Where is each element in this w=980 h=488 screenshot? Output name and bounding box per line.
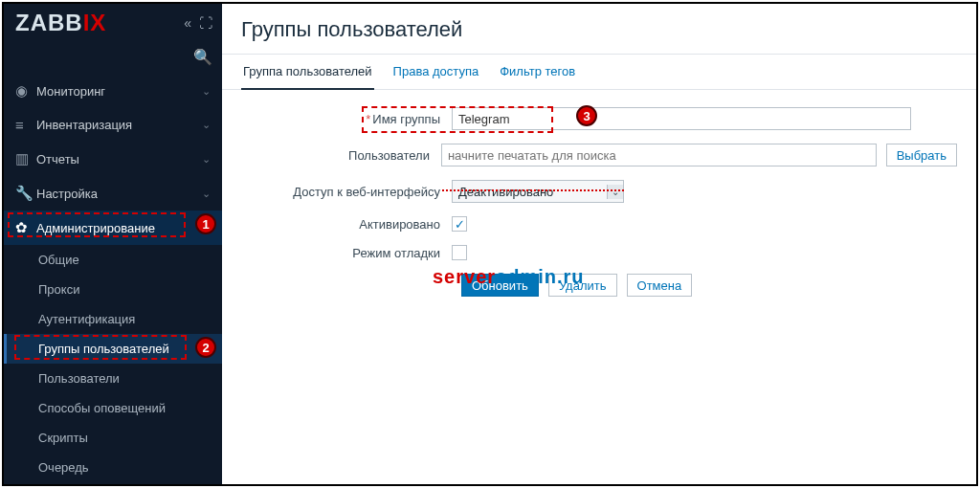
page-header: Группы пользователей bbox=[222, 4, 976, 54]
chevron-down-icon: ⌄ bbox=[202, 153, 211, 166]
tab-permissions[interactable]: Права доступа bbox=[391, 55, 481, 89]
cancel-button[interactable]: Отмена bbox=[627, 274, 693, 297]
input-users[interactable] bbox=[441, 144, 877, 166]
row-group-name: *Имя группы 3 bbox=[241, 107, 957, 130]
nav-label: Отчеты bbox=[36, 152, 79, 166]
row-users: Пользователи Выбрать bbox=[241, 144, 957, 166]
sub-auth[interactable]: Аутентификация bbox=[4, 304, 222, 334]
search-row[interactable]: 🔍 bbox=[4, 42, 222, 74]
wrench-icon: 🔧 bbox=[15, 185, 36, 202]
nav-label: Мониторинг bbox=[36, 84, 105, 99]
row-frontend-access: Доступ к веб-интерфейсу Деактивировано ⌄ bbox=[241, 180, 957, 203]
checkbox-enabled[interactable]: ✓ bbox=[452, 216, 467, 232]
nav-administration[interactable]: ✿ Администрирование ⌄ 1 bbox=[4, 211, 222, 245]
label-debug: Режим отладки bbox=[241, 246, 452, 260]
header-controls: « ⛶ bbox=[184, 15, 212, 31]
fullscreen-icon[interactable]: ⛶ bbox=[199, 15, 212, 31]
label-enabled: Активировано bbox=[241, 217, 452, 232]
chevron-down-icon: ⌄ bbox=[202, 85, 211, 98]
update-button[interactable]: Обновить bbox=[461, 274, 539, 297]
required-asterisk: * bbox=[366, 112, 370, 126]
sub-queue[interactable]: Очередь bbox=[4, 453, 222, 482]
sidebar: ZABBIX « ⛶ 🔍 ◉ Мониторинг ⌄ ≡ Инвентариз… bbox=[4, 4, 222, 484]
select-frontend-access[interactable]: Деактивировано ⌄ bbox=[452, 180, 624, 203]
sub-users[interactable]: Пользователи bbox=[4, 364, 222, 393]
delete-button[interactable]: Удалить bbox=[548, 274, 617, 297]
row-debug: Режим отладки bbox=[241, 245, 957, 260]
sub-scripts[interactable]: Скрипты bbox=[4, 423, 222, 453]
select-value: Деактивировано bbox=[458, 185, 553, 199]
nav-reports[interactable]: ▥ Отчеты ⌄ bbox=[4, 142, 222, 176]
nav-label: Инвентаризация bbox=[36, 118, 132, 132]
sub-general[interactable]: Общие bbox=[4, 245, 222, 275]
collapse-icon[interactable]: « bbox=[184, 15, 191, 31]
logo-part2: IX bbox=[83, 10, 107, 35]
tab-tag-filter[interactable]: Фильтр тегов bbox=[498, 55, 577, 89]
chart-icon: ▥ bbox=[15, 150, 36, 167]
chevron-down-icon: ⌄ bbox=[607, 185, 623, 199]
sub-proxies[interactable]: Прокси bbox=[4, 275, 222, 304]
chevron-down-icon: ⌄ bbox=[202, 188, 211, 200]
sub-media-types[interactable]: Способы оповещений bbox=[4, 393, 222, 423]
nav-inventory[interactable]: ≡ Инвентаризация ⌄ bbox=[4, 108, 222, 142]
annotation-badge-2: 2 bbox=[195, 337, 216, 358]
label-users: Пользователи bbox=[241, 148, 441, 163]
checkbox-debug[interactable] bbox=[452, 245, 467, 260]
logo-part1: ZABB bbox=[15, 10, 83, 35]
main-content: Группы пользователей Группа пользователе… bbox=[222, 4, 976, 484]
input-group-name[interactable] bbox=[452, 107, 911, 130]
eye-icon: ◉ bbox=[15, 82, 36, 100]
list-icon: ≡ bbox=[15, 117, 36, 133]
nav-label: Настройка bbox=[36, 187, 98, 201]
select-users-button[interactable]: Выбрать bbox=[886, 144, 957, 166]
logo-row: ZABBIX « ⛶ bbox=[4, 4, 222, 42]
tab-user-group[interactable]: Группа пользователей bbox=[241, 55, 374, 90]
nav-monitoring[interactable]: ◉ Мониторинг ⌄ bbox=[4, 74, 222, 108]
label-frontend-access: Доступ к веб-интерфейсу bbox=[241, 185, 452, 199]
row-enabled: Активировано ✓ bbox=[241, 216, 957, 232]
logo: ZABBIX bbox=[15, 10, 106, 36]
form: *Имя группы 3 Пользователи Выбрать Досту… bbox=[222, 90, 976, 314]
chevron-down-icon: ⌄ bbox=[202, 222, 211, 234]
sub-user-groups[interactable]: Группы пользователей 2 bbox=[4, 334, 222, 364]
form-actions: Обновить Удалить Отмена serveradmin.ru bbox=[461, 274, 957, 297]
gear-icon: ✿ bbox=[15, 219, 36, 236]
nav-config[interactable]: 🔧 Настройка ⌄ bbox=[4, 176, 222, 211]
chevron-down-icon: ⌄ bbox=[202, 119, 211, 131]
label-group-name: *Имя группы bbox=[241, 112, 452, 126]
nav-label: Администрирование bbox=[36, 221, 155, 235]
page-title: Группы пользователей bbox=[241, 17, 957, 42]
tabs: Группа пользователей Права доступа Фильт… bbox=[222, 55, 976, 90]
search-icon[interactable]: 🔍 bbox=[193, 48, 212, 66]
sub-label: Группы пользователей bbox=[38, 342, 169, 356]
